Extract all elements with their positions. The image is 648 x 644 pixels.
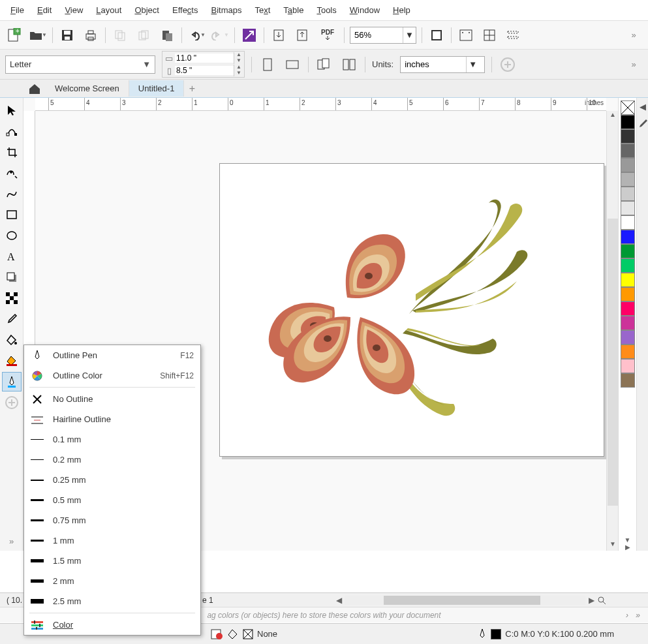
color-swatch-18[interactable] <box>621 373 635 388</box>
import-button[interactable] <box>270 26 288 44</box>
page-height-input[interactable] <box>175 66 234 75</box>
transparency-tool[interactable] <box>2 288 22 308</box>
menu-view[interactable]: View <box>58 3 89 18</box>
options-button[interactable] <box>504 26 522 44</box>
rectangle-tool[interactable] <box>2 205 22 224</box>
color-swatch-6[interactable] <box>621 201 635 215</box>
drawing-page[interactable] <box>219 163 604 457</box>
flyout-width-0.25mm[interactable]: 0.25 mm <box>24 470 200 490</box>
color-swatch-2[interactable] <box>621 144 635 158</box>
flyout-outline-pen[interactable]: Outline Pen F12 <box>24 345 200 365</box>
portrait-button[interactable] <box>258 55 277 74</box>
fill-tool[interactable] <box>2 330 22 350</box>
menu-bitmaps[interactable]: Bitmaps <box>204 3 248 18</box>
open-button[interactable]: ▼ <box>29 26 47 44</box>
copy-button[interactable] <box>134 26 153 44</box>
color-swatch-10[interactable] <box>621 258 635 273</box>
flyout-outline-color[interactable]: Outline Color Shift+F12 <box>24 365 200 386</box>
color-swatch-8[interactable] <box>621 230 635 244</box>
menu-edit[interactable]: Edit <box>31 3 58 18</box>
toolbox-overflow[interactable]: » <box>2 531 22 551</box>
freehand-tool[interactable] <box>2 184 22 204</box>
color-swatch-13[interactable] <box>621 301 635 316</box>
color-swatch-0[interactable] <box>621 115 635 129</box>
fullscreen-button[interactable] <box>427 26 446 44</box>
home-tab-icon[interactable] <box>23 83 46 95</box>
page-width-input[interactable] <box>175 54 234 63</box>
color-swatch-4[interactable] <box>621 172 635 187</box>
snap-button[interactable] <box>457 26 475 44</box>
color-swatch-7[interactable] <box>621 215 635 230</box>
menu-object[interactable]: Object <box>128 3 166 18</box>
flyout-width-0.2mm[interactable]: 0.2 mm <box>24 450 200 470</box>
hscroll-left[interactable]: ◀ <box>333 596 345 605</box>
color-swatch-16[interactable] <box>621 345 635 359</box>
scroll-up[interactable]: ▲ <box>608 111 618 121</box>
scroll-thumb[interactable] <box>608 219 618 506</box>
zoom-navigator-icon[interactable] <box>597 596 609 605</box>
scroll-down[interactable]: ▼ <box>608 540 618 551</box>
paste-button[interactable] <box>158 26 176 44</box>
flyout-width-2mm[interactable]: 2 mm <box>24 571 200 591</box>
menu-help[interactable]: Help <box>386 3 417 18</box>
tab-add-button[interactable]: + <box>184 83 200 95</box>
units-dropdown[interactable]: ▼ <box>466 57 479 72</box>
flyout-width-1.5mm[interactable]: 1.5 mm <box>24 551 200 571</box>
shape-tool[interactable] <box>2 121 22 141</box>
color-swatch-5[interactable] <box>621 187 635 201</box>
color-swatch-3[interactable] <box>621 158 635 172</box>
text-tool[interactable]: A <box>2 247 22 266</box>
flyout-width-0.75mm[interactable]: 0.75 mm <box>24 510 200 530</box>
flyout-no-outline[interactable]: No Outline <box>24 389 200 409</box>
tab-welcome[interactable]: Welcome Screen <box>46 80 129 97</box>
no-color-swatch[interactable] <box>621 100 635 115</box>
menu-tools[interactable]: Tools <box>310 3 343 18</box>
color-swatch-12[interactable] <box>621 287 635 301</box>
units-combo[interactable]: ▼ <box>400 56 485 73</box>
horizontal-ruler[interactable]: inches 54321012345678910 <box>35 98 606 111</box>
palette-flyout[interactable]: ▶ <box>625 544 630 551</box>
menu-effects[interactable]: Effects <box>166 3 205 18</box>
pick-tool[interactable] <box>2 100 22 120</box>
palette-scroll-down[interactable]: ▼ <box>625 536 631 544</box>
palette-overflow[interactable]: » <box>636 611 640 620</box>
outline-tool[interactable] <box>2 372 22 391</box>
new-doc-button[interactable]: + <box>5 26 23 44</box>
cut-button[interactable] <box>111 26 129 44</box>
flyout-width-2.5mm[interactable]: 2.5 mm <box>24 591 200 611</box>
docker-expand[interactable]: ◀ <box>640 102 646 112</box>
color-swatch-15[interactable] <box>621 330 635 345</box>
redo-button[interactable]: ▼ <box>211 26 229 44</box>
color-swatch-14[interactable] <box>621 316 635 330</box>
flyout-color-link[interactable]: Color <box>24 615 200 635</box>
toolbar-overflow[interactable]: » <box>625 26 643 44</box>
pdf-button[interactable]: PDF <box>316 26 339 44</box>
zoom-input[interactable] <box>350 30 403 40</box>
hscroll-thumb[interactable] <box>384 596 540 605</box>
export-button[interactable] <box>293 26 311 44</box>
all-pages-button[interactable] <box>315 55 333 74</box>
zoom-dropdown[interactable]: ▼ <box>403 27 416 43</box>
undo-button[interactable]: ▼ <box>187 26 206 44</box>
add-tool-button[interactable] <box>2 393 22 412</box>
current-page-button[interactable] <box>340 55 358 74</box>
menu-layout[interactable]: Layout <box>89 3 128 18</box>
zoom-tool[interactable] <box>2 163 22 183</box>
flyout-hairline[interactable]: Hairline Outline <box>24 409 200 429</box>
units-input[interactable] <box>401 59 466 69</box>
docker-hints[interactable] <box>638 118 647 127</box>
vertical-scrollbar[interactable]: ▲ ▼ <box>606 111 618 551</box>
save-button[interactable] <box>58 26 76 44</box>
property-overflow[interactable]: » <box>625 55 643 74</box>
color-swatch-11[interactable] <box>621 273 635 287</box>
color-swatch-9[interactable] <box>621 244 635 258</box>
print-button[interactable] <box>82 26 100 44</box>
landscape-button[interactable] <box>283 55 301 74</box>
menu-file[interactable]: File <box>4 3 31 18</box>
menu-window[interactable]: Window <box>343 3 386 18</box>
dropshadow-tool[interactable] <box>2 268 22 287</box>
hscroll-right[interactable]: ▶ <box>585 596 597 605</box>
flyout-width-0.1mm[interactable]: 0.1 mm <box>24 429 200 450</box>
menu-text[interactable]: Text <box>248 3 277 18</box>
color-swatch-17[interactable] <box>621 359 635 373</box>
